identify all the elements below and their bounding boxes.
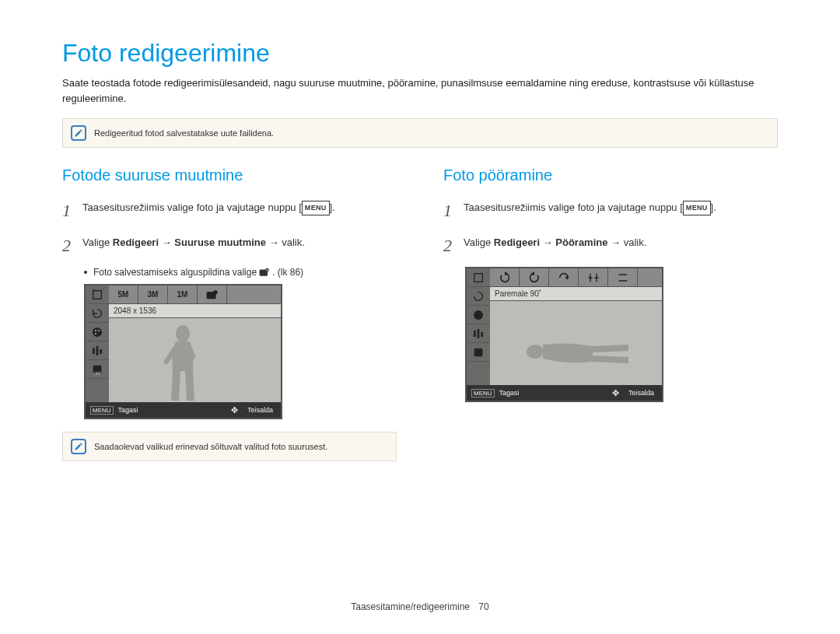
- svg-rect-8: [93, 348, 95, 354]
- svg-rect-3: [93, 291, 102, 299]
- step2r-text: Valige: [464, 236, 494, 248]
- page-title: Foto redigeerimine: [62, 39, 786, 68]
- left-column: Fotode suuruse muutmine 1 Taasesitusreži…: [62, 166, 404, 480]
- tab-rotate-left-icon: [520, 268, 549, 286]
- page-number: 70: [478, 601, 488, 612]
- arrow: →: [159, 236, 174, 248]
- side-icon-adjust: [86, 342, 109, 360]
- svg-text:OFF: OFF: [93, 372, 100, 376]
- footer-section: Taasesitamine/redigeerimine: [351, 601, 470, 612]
- rotate-label: Paremale 90˚: [490, 287, 662, 301]
- svg-rect-20: [481, 332, 483, 337]
- side-icon-face: [467, 343, 490, 362]
- camera-ui-rotate: Paremale 90˚ MENU Tagasi ✥ Teisalda: [465, 267, 663, 402]
- tab-flip-h-icon: [579, 268, 608, 286]
- step2-text: Valige: [82, 236, 113, 248]
- tab-startimg-icon: [198, 285, 227, 303]
- cam-back-label: Tagasi: [499, 389, 520, 397]
- step2-bold2: Suuruse muutmine: [174, 236, 266, 248]
- svg-point-17: [474, 310, 483, 320]
- side-icon-resize: [86, 285, 109, 304]
- step1-text-a: Taasesitusrežiimis valige foto ja vajuta…: [82, 201, 302, 213]
- navigate-icon: ✥: [231, 405, 238, 415]
- step2r-bold1: Redigeeri: [494, 236, 540, 248]
- right-column: Foto pööramine 1 Taasesitusrežiimis vali…: [443, 166, 786, 480]
- svg-point-7: [95, 333, 97, 335]
- svg-point-22: [527, 345, 544, 359]
- svg-rect-9: [96, 346, 99, 356]
- svg-rect-18: [474, 331, 476, 337]
- svg-point-15: [176, 325, 190, 342]
- note-text-2: Saadaolevad valikud erinevad sõltuvalt v…: [94, 442, 327, 451]
- step-number: 2: [443, 232, 464, 259]
- camera-ui-resize: OFF 5M 3M 1M 2048 x 1536: [84, 284, 282, 419]
- step-2-left: 2 Valige Redigeeri → Suuruse muutmine → …: [62, 232, 404, 259]
- tab-rotate-180-icon: [549, 268, 579, 286]
- cam-menu-btn: MENU: [90, 406, 114, 415]
- tab-rotate-right-icon: [490, 268, 520, 286]
- arrow: →: [540, 236, 555, 248]
- tab-flip-v-icon: [608, 268, 638, 286]
- cam-menu-btn: MENU: [471, 389, 495, 398]
- navigate-icon: ✥: [612, 388, 619, 398]
- step2-bold1: Redigeeri: [113, 236, 159, 248]
- bullet-icon: [84, 271, 87, 274]
- side-icon-palette: [467, 306, 490, 324]
- svg-point-14: [213, 290, 217, 294]
- note-text-1: Redigeeritud fotod salvestatakse uute fa…: [94, 128, 274, 138]
- bullet-text-a: Foto salvestamiseks alguspildina valige: [93, 267, 257, 278]
- section-heading-resize: Fotode suuruse muutmine: [62, 166, 404, 184]
- svg-rect-21: [474, 349, 483, 357]
- cam-move-label: Teisalda: [628, 389, 654, 397]
- cam-move-label: Teisalda: [247, 406, 273, 414]
- step1-text-b: ].: [330, 201, 335, 213]
- step-1-left: 1 Taasesitusrežiimis valige foto ja vaju…: [62, 197, 404, 224]
- step2r-text-c: → valik.: [607, 236, 646, 248]
- page-footer: Taasesitamine/redigeerimine 70: [0, 601, 840, 612]
- tab-3m: 3M: [138, 285, 168, 303]
- note-box-2: Saadaolevad valikud erinevad sõltuvalt v…: [62, 432, 397, 461]
- svg-point-4: [93, 328, 102, 337]
- tab-1m: 1M: [168, 285, 198, 303]
- preview-area: [109, 318, 281, 402]
- note-box-1: Redigeeritud fotod salvestatakse uute fa…: [62, 118, 778, 148]
- side-icon-resize: [467, 268, 490, 287]
- step-2-right: 2 Valige Redigeeri → Pööramine → valik.: [443, 232, 786, 259]
- preview-area: [490, 301, 662, 385]
- menu-button-label: MENU: [683, 201, 711, 215]
- bullet-text-b: . (lk 86): [272, 267, 303, 278]
- svg-point-2: [266, 269, 268, 271]
- side-icon-face: OFF: [86, 360, 109, 379]
- step2r-bold2: Pööramine: [555, 236, 607, 248]
- svg-point-6: [98, 330, 100, 332]
- step-1-right: 1 Taasesitusrežiimis valige foto ja vaju…: [443, 197, 786, 224]
- side-icon-palette: [86, 323, 109, 342]
- pencil-note-icon: [71, 439, 86, 454]
- menu-button-label: MENU: [302, 201, 330, 215]
- step1r-text-a: Taasesitusrežiimis valige foto ja vajuta…: [464, 201, 683, 213]
- step-number: 2: [62, 232, 82, 259]
- svg-rect-10: [100, 349, 102, 354]
- side-icon-adjust: [467, 324, 490, 343]
- tab-5m: 5M: [109, 285, 138, 303]
- resolution-label: 2048 x 1536: [109, 304, 281, 318]
- startup-image-icon: [259, 268, 270, 277]
- svg-rect-16: [474, 274, 483, 282]
- bullet-row: Foto salvestamiseks alguspildina valige …: [84, 267, 404, 278]
- section-heading-rotate: Foto pööramine: [443, 166, 786, 184]
- pencil-note-icon: [71, 125, 86, 141]
- side-icon-rotate: [86, 304, 109, 323]
- cam-back-label: Tagasi: [118, 406, 138, 414]
- step-number: 1: [62, 197, 82, 224]
- side-icon-rotate: [467, 287, 490, 306]
- intro-text: Saate teostada fotode redigeerimisülesan…: [62, 75, 786, 106]
- step-number: 1: [443, 197, 464, 224]
- step2-text-c: → valik.: [266, 236, 305, 248]
- step1r-text-b: ].: [711, 201, 716, 213]
- svg-point-5: [95, 330, 97, 332]
- svg-rect-19: [478, 329, 480, 338]
